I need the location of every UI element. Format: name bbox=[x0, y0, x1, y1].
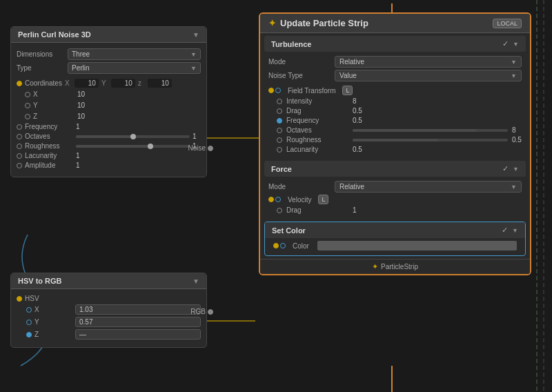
frequency-row: Frequency 1 bbox=[17, 123, 201, 130]
hsv-node-header: HSV to RGB ▼ bbox=[11, 273, 206, 289]
type-chevron: ▼ bbox=[190, 65, 197, 72]
particle-strip-footer: ✦ ParticleStrip bbox=[260, 259, 530, 274]
force-mode-value: Relative bbox=[339, 183, 364, 190]
force-title: Force bbox=[271, 165, 292, 173]
perlin-collapse-icon[interactable]: ▼ bbox=[193, 31, 199, 39]
turb-lacunarity-row: Lacunarity 0.5 bbox=[268, 146, 522, 153]
turb-mode-label: Mode bbox=[268, 58, 331, 66]
intensity-value: 8 bbox=[353, 97, 357, 105]
frequency-label: Frequency bbox=[25, 123, 73, 130]
type-dropdown[interactable]: Perlin ▼ bbox=[68, 62, 201, 74]
z-socket bbox=[25, 114, 30, 119]
color-preview-swatch[interactable] bbox=[317, 241, 517, 251]
velocity-badge: L bbox=[318, 195, 328, 204]
y-row: Y 10 bbox=[17, 101, 201, 110]
force-drag-value: 1 bbox=[353, 206, 357, 214]
z-row: Z 10 bbox=[17, 112, 201, 121]
perlin-node-title: Perlin Curl Noise 3D bbox=[18, 30, 91, 39]
turb-roughness-label: Roughness bbox=[286, 136, 348, 144]
turb-roughness-socket bbox=[277, 137, 282, 143]
turb-octaves-label: Octaves bbox=[286, 126, 348, 134]
turb-roughness-row: Roughness 0.5 bbox=[268, 136, 522, 144]
force-mode-row: Mode Relative ▼ bbox=[268, 181, 522, 193]
set-color-section: Set Color ✓ ▼ Color bbox=[264, 222, 526, 256]
velocity-label: Velocity bbox=[288, 196, 311, 204]
lacunarity-socket bbox=[17, 153, 22, 159]
intensity-socket bbox=[277, 99, 282, 104]
turbulence-check[interactable]: ✓ bbox=[502, 39, 509, 48]
octaves-slider-track[interactable] bbox=[76, 135, 190, 138]
perlin-curl-noise-panel: Perlin Curl Noise 3D ▼ Dimensions Three … bbox=[10, 26, 207, 177]
field-transform-socket-inner bbox=[275, 88, 281, 93]
turb-drag-socket bbox=[277, 108, 282, 114]
hsv-socket bbox=[17, 296, 22, 302]
y-value: 10 bbox=[74, 101, 101, 110]
y-socket bbox=[25, 103, 30, 108]
set-color-chevron[interactable]: ▼ bbox=[512, 227, 518, 234]
roughness-slider-thumb bbox=[148, 144, 153, 149]
dimensions-dropdown[interactable]: Three ▼ bbox=[68, 48, 201, 60]
coord-z-input[interactable] bbox=[148, 79, 172, 88]
x-label: X bbox=[33, 90, 71, 98]
color-label: Color bbox=[293, 242, 309, 250]
lacunarity-row: Lacunarity 1 bbox=[17, 152, 201, 159]
force-drag-row: Drag 1 bbox=[268, 206, 522, 214]
field-transform-label: Field Transform bbox=[288, 87, 335, 95]
hsv-y-label: Y bbox=[34, 318, 72, 326]
main-title-text: Update Particle Strip bbox=[280, 18, 368, 28]
intensity-label: Intensity bbox=[286, 97, 348, 105]
update-particle-strip-panel: ✦ Update Particle Strip LOCAL Turbulence… bbox=[259, 12, 531, 275]
coord-x-input[interactable] bbox=[75, 79, 99, 88]
force-check[interactable]: ✓ bbox=[502, 164, 509, 173]
turb-drag-value: 0.5 bbox=[353, 107, 362, 115]
turb-octaves-slider[interactable] bbox=[353, 129, 508, 132]
turb-freq-label: Frequency bbox=[286, 117, 348, 124]
noise-type-value: Value bbox=[339, 72, 357, 79]
force-section-header: Force ✓ ▼ bbox=[264, 161, 526, 177]
field-transform-socket-outer bbox=[268, 88, 274, 93]
velocity-row: Velocity L bbox=[268, 195, 522, 204]
roughness-label: Roughness bbox=[25, 142, 73, 150]
particle-icon: ✦ bbox=[268, 18, 276, 28]
velocity-socket-inner bbox=[275, 197, 281, 202]
coordinates-row: Coordinates X Y z bbox=[17, 79, 201, 88]
roughness-socket bbox=[17, 144, 22, 149]
octaves-slider-fill bbox=[76, 135, 133, 138]
hsv-collapse-icon[interactable]: ▼ bbox=[193, 277, 199, 285]
force-mode-label: Mode bbox=[268, 183, 331, 190]
turb-freq-value: 0.5 bbox=[353, 117, 362, 124]
turbulence-chevron[interactable]: ▼ bbox=[513, 41, 519, 48]
turbulence-content: Mode Relative ▼ Noise Type Value ▼ Field… bbox=[260, 53, 530, 158]
force-chevron[interactable]: ▼ bbox=[513, 166, 519, 173]
hsv-y-value: 0.57 bbox=[75, 317, 201, 327]
rgb-output-socket bbox=[208, 309, 213, 315]
turb-roughness-slider[interactable] bbox=[353, 139, 508, 141]
set-color-controls: ✓ ▼ bbox=[502, 226, 518, 235]
turbulence-controls: ✓ ▼ bbox=[502, 39, 519, 48]
turb-lacunarity-value: 0.5 bbox=[353, 146, 362, 153]
turb-mode-dropdown[interactable]: Relative ▼ bbox=[335, 56, 522, 68]
force-drag-socket bbox=[277, 208, 282, 213]
noise-output-row: Noise bbox=[188, 144, 213, 152]
local-badge: LOCAL bbox=[493, 19, 522, 28]
octaves-label: Octaves bbox=[25, 133, 73, 140]
color-row: Color bbox=[273, 241, 517, 251]
force-mode-dropdown[interactable]: Relative ▼ bbox=[335, 181, 522, 193]
roughness-slider-fill bbox=[76, 145, 150, 148]
turbulence-title: Turbulence bbox=[271, 40, 311, 48]
turb-octaves-slider-container: 8 bbox=[353, 126, 522, 134]
coord-y-input[interactable] bbox=[111, 79, 135, 88]
roughness-slider-track[interactable] bbox=[76, 145, 190, 148]
turb-roughness-value: 0.5 bbox=[512, 136, 522, 144]
hsv-label: HSV bbox=[25, 295, 39, 302]
set-color-title: Set Color bbox=[272, 226, 306, 235]
field-transform-badge: L bbox=[342, 86, 353, 95]
lacunarity-value: 1 bbox=[76, 152, 80, 159]
octaves-row: Octaves 1 bbox=[17, 133, 201, 140]
z-label: Z bbox=[33, 112, 71, 120]
set-color-check[interactable]: ✓ bbox=[502, 226, 508, 235]
footer-icon: ✦ bbox=[372, 262, 378, 271]
noise-type-dropdown[interactable]: Value ▼ bbox=[335, 70, 522, 81]
dimensions-row: Dimensions Three ▼ bbox=[17, 48, 201, 60]
noise-type-label: Noise Type bbox=[268, 72, 331, 79]
